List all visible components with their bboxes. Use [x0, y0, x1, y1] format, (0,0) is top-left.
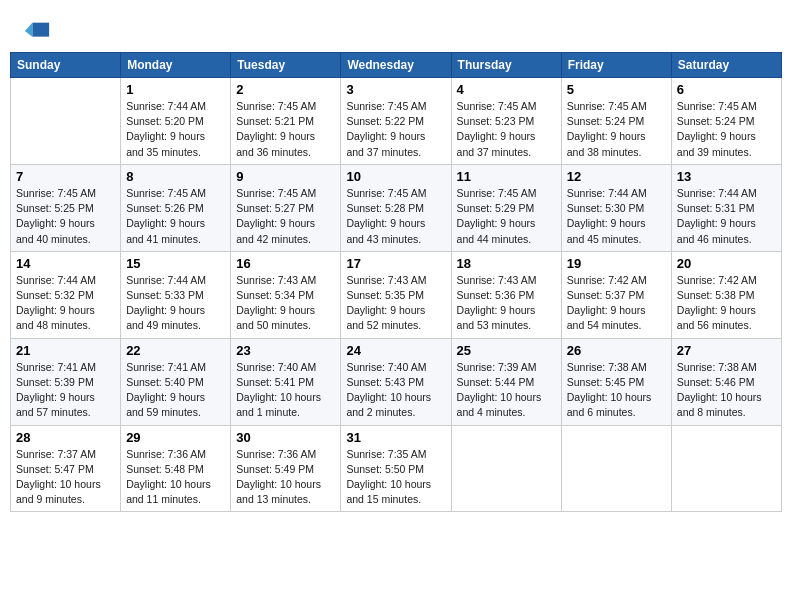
calendar-cell: [451, 425, 561, 512]
calendar-cell: 23Sunrise: 7:40 AMSunset: 5:41 PMDayligh…: [231, 338, 341, 425]
day-info: Sunrise: 7:39 AMSunset: 5:44 PMDaylight:…: [457, 360, 556, 421]
day-number: 8: [126, 169, 225, 184]
day-info: Sunrise: 7:43 AMSunset: 5:35 PMDaylight:…: [346, 273, 445, 334]
calendar-cell: 25Sunrise: 7:39 AMSunset: 5:44 PMDayligh…: [451, 338, 561, 425]
calendar-week-2: 7Sunrise: 7:45 AMSunset: 5:25 PMDaylight…: [11, 164, 782, 251]
calendar-cell: 15Sunrise: 7:44 AMSunset: 5:33 PMDayligh…: [121, 251, 231, 338]
day-number: 16: [236, 256, 335, 271]
calendar-cell: 26Sunrise: 7:38 AMSunset: 5:45 PMDayligh…: [561, 338, 671, 425]
calendar-cell: 13Sunrise: 7:44 AMSunset: 5:31 PMDayligh…: [671, 164, 781, 251]
day-number: 12: [567, 169, 666, 184]
weekday-header-sunday: Sunday: [11, 53, 121, 78]
calendar-cell: 6Sunrise: 7:45 AMSunset: 5:24 PMDaylight…: [671, 78, 781, 165]
weekday-header-tuesday: Tuesday: [231, 53, 341, 78]
calendar-cell: 21Sunrise: 7:41 AMSunset: 5:39 PMDayligh…: [11, 338, 121, 425]
day-number: 23: [236, 343, 335, 358]
calendar-cell: 16Sunrise: 7:43 AMSunset: 5:34 PMDayligh…: [231, 251, 341, 338]
day-info: Sunrise: 7:44 AMSunset: 5:30 PMDaylight:…: [567, 186, 666, 247]
day-number: 19: [567, 256, 666, 271]
day-number: 29: [126, 430, 225, 445]
day-number: 21: [16, 343, 115, 358]
weekday-header-friday: Friday: [561, 53, 671, 78]
calendar-cell: 7Sunrise: 7:45 AMSunset: 5:25 PMDaylight…: [11, 164, 121, 251]
day-number: 11: [457, 169, 556, 184]
day-number: 30: [236, 430, 335, 445]
day-number: 7: [16, 169, 115, 184]
day-info: Sunrise: 7:44 AMSunset: 5:32 PMDaylight:…: [16, 273, 115, 334]
calendar-week-3: 14Sunrise: 7:44 AMSunset: 5:32 PMDayligh…: [11, 251, 782, 338]
calendar-cell: 30Sunrise: 7:36 AMSunset: 5:49 PMDayligh…: [231, 425, 341, 512]
day-number: 18: [457, 256, 556, 271]
day-number: 9: [236, 169, 335, 184]
day-number: 26: [567, 343, 666, 358]
svg-marker-1: [25, 23, 32, 37]
day-number: 1: [126, 82, 225, 97]
weekday-header-saturday: Saturday: [671, 53, 781, 78]
calendar-cell: 18Sunrise: 7:43 AMSunset: 5:36 PMDayligh…: [451, 251, 561, 338]
calendar-cell: 11Sunrise: 7:45 AMSunset: 5:29 PMDayligh…: [451, 164, 561, 251]
logo-icon: [23, 18, 51, 46]
day-number: 15: [126, 256, 225, 271]
calendar-cell: 19Sunrise: 7:42 AMSunset: 5:37 PMDayligh…: [561, 251, 671, 338]
calendar-week-4: 21Sunrise: 7:41 AMSunset: 5:39 PMDayligh…: [11, 338, 782, 425]
day-info: Sunrise: 7:45 AMSunset: 5:21 PMDaylight:…: [236, 99, 335, 160]
day-info: Sunrise: 7:44 AMSunset: 5:33 PMDaylight:…: [126, 273, 225, 334]
day-info: Sunrise: 7:43 AMSunset: 5:34 PMDaylight:…: [236, 273, 335, 334]
day-info: Sunrise: 7:37 AMSunset: 5:47 PMDaylight:…: [16, 447, 115, 508]
calendar-cell: 24Sunrise: 7:40 AMSunset: 5:43 PMDayligh…: [341, 338, 451, 425]
day-number: 10: [346, 169, 445, 184]
day-info: Sunrise: 7:38 AMSunset: 5:45 PMDaylight:…: [567, 360, 666, 421]
day-number: 4: [457, 82, 556, 97]
calendar-cell: 9Sunrise: 7:45 AMSunset: 5:27 PMDaylight…: [231, 164, 341, 251]
day-info: Sunrise: 7:45 AMSunset: 5:29 PMDaylight:…: [457, 186, 556, 247]
day-number: 3: [346, 82, 445, 97]
day-number: 24: [346, 343, 445, 358]
calendar-body: 1Sunrise: 7:44 AMSunset: 5:20 PMDaylight…: [11, 78, 782, 512]
calendar-cell: 4Sunrise: 7:45 AMSunset: 5:23 PMDaylight…: [451, 78, 561, 165]
day-info: Sunrise: 7:36 AMSunset: 5:49 PMDaylight:…: [236, 447, 335, 508]
day-info: Sunrise: 7:42 AMSunset: 5:37 PMDaylight:…: [567, 273, 666, 334]
day-number: 20: [677, 256, 776, 271]
calendar-cell: 29Sunrise: 7:36 AMSunset: 5:48 PMDayligh…: [121, 425, 231, 512]
calendar-cell: 22Sunrise: 7:41 AMSunset: 5:40 PMDayligh…: [121, 338, 231, 425]
day-info: Sunrise: 7:45 AMSunset: 5:25 PMDaylight:…: [16, 186, 115, 247]
day-info: Sunrise: 7:45 AMSunset: 5:26 PMDaylight:…: [126, 186, 225, 247]
day-info: Sunrise: 7:41 AMSunset: 5:39 PMDaylight:…: [16, 360, 115, 421]
calendar-cell: [561, 425, 671, 512]
calendar-cell: 2Sunrise: 7:45 AMSunset: 5:21 PMDaylight…: [231, 78, 341, 165]
day-info: Sunrise: 7:35 AMSunset: 5:50 PMDaylight:…: [346, 447, 445, 508]
day-info: Sunrise: 7:43 AMSunset: 5:36 PMDaylight:…: [457, 273, 556, 334]
day-number: 25: [457, 343, 556, 358]
day-number: 27: [677, 343, 776, 358]
weekday-header-monday: Monday: [121, 53, 231, 78]
page-header: [10, 10, 782, 52]
calendar-header: SundayMondayTuesdayWednesdayThursdayFrid…: [11, 53, 782, 78]
day-info: Sunrise: 7:44 AMSunset: 5:20 PMDaylight:…: [126, 99, 225, 160]
day-number: 17: [346, 256, 445, 271]
logo: [20, 18, 51, 46]
day-info: Sunrise: 7:38 AMSunset: 5:46 PMDaylight:…: [677, 360, 776, 421]
day-info: Sunrise: 7:45 AMSunset: 5:24 PMDaylight:…: [567, 99, 666, 160]
svg-marker-0: [32, 23, 49, 37]
weekday-header-thursday: Thursday: [451, 53, 561, 78]
calendar-cell: 27Sunrise: 7:38 AMSunset: 5:46 PMDayligh…: [671, 338, 781, 425]
day-number: 22: [126, 343, 225, 358]
day-number: 28: [16, 430, 115, 445]
day-number: 6: [677, 82, 776, 97]
day-info: Sunrise: 7:45 AMSunset: 5:24 PMDaylight:…: [677, 99, 776, 160]
calendar-cell: 1Sunrise: 7:44 AMSunset: 5:20 PMDaylight…: [121, 78, 231, 165]
calendar-cell: 20Sunrise: 7:42 AMSunset: 5:38 PMDayligh…: [671, 251, 781, 338]
weekday-header-wednesday: Wednesday: [341, 53, 451, 78]
calendar-table: SundayMondayTuesdayWednesdayThursdayFrid…: [10, 52, 782, 512]
day-info: Sunrise: 7:45 AMSunset: 5:23 PMDaylight:…: [457, 99, 556, 160]
calendar-cell: 8Sunrise: 7:45 AMSunset: 5:26 PMDaylight…: [121, 164, 231, 251]
day-number: 13: [677, 169, 776, 184]
day-info: Sunrise: 7:40 AMSunset: 5:41 PMDaylight:…: [236, 360, 335, 421]
calendar-cell: [11, 78, 121, 165]
day-number: 14: [16, 256, 115, 271]
day-number: 5: [567, 82, 666, 97]
day-info: Sunrise: 7:45 AMSunset: 5:27 PMDaylight:…: [236, 186, 335, 247]
day-info: Sunrise: 7:36 AMSunset: 5:48 PMDaylight:…: [126, 447, 225, 508]
day-info: Sunrise: 7:41 AMSunset: 5:40 PMDaylight:…: [126, 360, 225, 421]
calendar-cell: 14Sunrise: 7:44 AMSunset: 5:32 PMDayligh…: [11, 251, 121, 338]
